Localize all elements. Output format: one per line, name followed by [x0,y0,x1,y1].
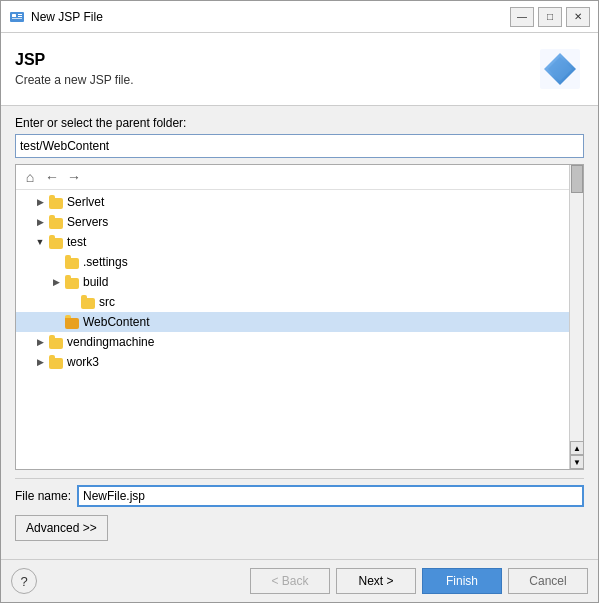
folder-input[interactable] [15,134,584,158]
scrollbar[interactable]: ▲ ▼ [569,165,583,469]
header-left: JSP Create a new JSP file. [15,51,134,87]
tree-item-src[interactable]: src [16,292,583,312]
expand-arrow [48,314,64,330]
folder-open-icon [48,234,64,250]
folder-icon [48,354,64,370]
tree-toolbar: ⌂ ← → [16,165,583,190]
filename-label: File name: [15,489,71,503]
scroll-up-button[interactable]: ▲ [570,441,584,455]
cancel-button[interactable]: Cancel [508,568,588,594]
finish-button[interactable]: Finish [422,568,502,594]
folder-icon [64,274,80,290]
divider [15,478,584,479]
expand-arrow: ▶ [32,354,48,370]
advanced-button[interactable]: Advanced >> [15,515,108,541]
content-area: Enter or select the parent folder: ⌂ ← →… [1,106,598,559]
tree-item-vendingmachine[interactable]: ▶ vendingmachine [16,332,583,352]
folder-icon [48,334,64,350]
svg-rect-2 [18,14,22,15]
home-button[interactable]: ⌂ [20,167,40,187]
folder-icon [80,294,96,310]
next-button[interactable]: Next > [336,568,416,594]
filename-row: File name: [15,485,584,507]
title-icon [9,9,25,25]
expand-arrow: ▶ [32,334,48,350]
tree-item-label: Serlvet [67,195,104,209]
tree-content: ▶ Serlvet ▶ Servers ▼ [16,190,583,374]
maximize-button[interactable]: □ [538,7,562,27]
folder-icon [48,214,64,230]
tree-item-label: test [67,235,86,249]
tree-item-label: build [83,275,108,289]
tree-item-serlvet[interactable]: ▶ Serlvet [16,192,583,212]
svg-rect-1 [12,14,16,17]
expand-arrow: ▼ [32,234,48,250]
svg-rect-3 [18,16,22,17]
expand-arrow: ▶ [48,274,64,290]
expand-arrow: ▶ [32,214,48,230]
forward-nav-button[interactable]: → [64,167,84,187]
expand-arrow: ▶ [32,194,48,210]
tree-item-label: .settings [83,255,128,269]
tree-item-label: work3 [67,355,99,369]
folder-tree[interactable]: ⌂ ← → ▶ Serlvet ▶ [15,164,584,470]
back-button[interactable]: < Back [250,568,330,594]
expand-arrow [48,254,64,270]
expand-arrow [64,294,80,310]
nav-buttons: < Back Next > Finish Cancel [250,568,588,594]
svg-rect-4 [12,18,22,19]
tree-item-settings[interactable]: .settings [16,252,583,272]
tree-item-label: WebContent [83,315,150,329]
window-controls: — □ ✕ [510,7,590,27]
filename-input[interactable] [77,485,584,507]
tree-item-label: src [99,295,115,309]
folder-icon [48,194,64,210]
scroll-down-button[interactable]: ▼ [570,455,584,469]
tree-item-work3[interactable]: ▶ work3 [16,352,583,372]
header-section: JSP Create a new JSP file. [1,33,598,106]
tree-item-label: Servers [67,215,108,229]
dialog-window: New JSP File — □ ✕ JSP Create a new JSP … [0,0,599,603]
close-button[interactable]: ✕ [566,7,590,27]
bottom-bar: ? < Back Next > Finish Cancel [1,559,598,602]
help-button[interactable]: ? [11,568,37,594]
window-title: New JSP File [31,10,510,24]
wizard-icon [536,45,584,93]
tree-item-test[interactable]: ▼ test [16,232,583,252]
tree-item-label: vendingmachine [67,335,154,349]
folder-icon [64,314,80,330]
back-nav-button[interactable]: ← [42,167,62,187]
wizard-subtitle: Create a new JSP file. [15,73,134,87]
tree-item-webcontent[interactable]: WebContent [16,312,583,332]
title-bar: New JSP File — □ ✕ [1,1,598,33]
wizard-type: JSP [15,51,134,69]
scrollbar-thumb[interactable] [571,165,583,193]
folder-icon [64,254,80,270]
tree-item-build[interactable]: ▶ build [16,272,583,292]
folder-label: Enter or select the parent folder: [15,116,584,130]
tree-item-servers[interactable]: ▶ Servers [16,212,583,232]
minimize-button[interactable]: — [510,7,534,27]
